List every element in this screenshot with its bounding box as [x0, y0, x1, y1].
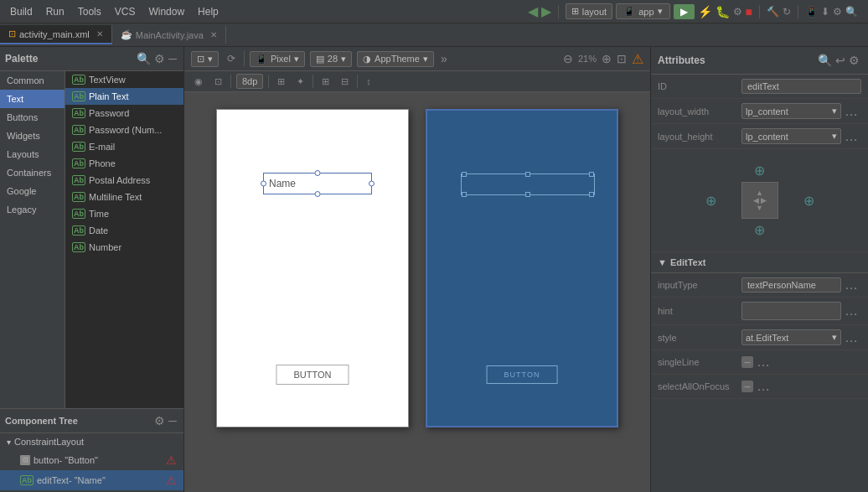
category-buttons[interactable]: Buttons: [0, 108, 65, 127]
attr-inputtype-label: inputType: [658, 280, 741, 290]
zoom-fit-btn[interactable]: ⊡: [617, 52, 627, 65]
category-containers[interactable]: Containers: [0, 163, 65, 182]
device-dropdown[interactable]: 📱 app ▾: [616, 3, 669, 19]
category-widgets[interactable]: Widgets: [0, 127, 65, 145]
height-more-btn[interactable]: …: [841, 129, 861, 144]
palette-item-number[interactable]: Ab Number: [65, 239, 183, 256]
magic-wand-btn[interactable]: ✦: [293, 75, 307, 89]
sync-icon[interactable]: ↻: [783, 6, 791, 18]
dark-button-widget[interactable]: BUTTON: [487, 365, 558, 384]
lightning-icon[interactable]: ⚡: [698, 5, 712, 18]
tab-layout-xml[interactable]: ⊡ activity_main.xml ✕: [0, 25, 112, 44]
dp-selector[interactable]: 8dp: [236, 74, 263, 89]
palette-item-postal[interactable]: Ab Postal Address: [65, 172, 183, 189]
width-more-btn[interactable]: …: [841, 104, 861, 119]
palette-search-btn[interactable]: 🔍: [135, 50, 152, 67]
selectall-more-btn[interactable]: …: [753, 379, 773, 394]
blueprint-btn[interactable]: ⊡: [211, 75, 225, 89]
attr-nav-btn[interactable]: ↩: [834, 52, 847, 69]
avd-icon[interactable]: 📱: [805, 6, 818, 18]
palette-item-password-num[interactable]: Ab Password (Num...: [65, 122, 183, 138]
category-text[interactable]: Text: [0, 90, 65, 108]
palette-minimize-btn[interactable]: ─: [167, 50, 178, 67]
dark-device-frame[interactable]: BUTTON: [426, 109, 618, 427]
warning-icon[interactable]: ⚠: [632, 51, 643, 67]
palette-title: Palette: [5, 53, 135, 65]
menu-vcs[interactable]: VCS: [108, 4, 142, 19]
api-selector[interactable]: ▤ 28 ▾: [310, 51, 352, 67]
palette-item-password[interactable]: Ab Password: [65, 105, 183, 122]
tab-xml-close[interactable]: ✕: [96, 29, 103, 39]
palette-item-textview[interactable]: Ab TextView: [65, 71, 183, 88]
palette-item-date[interactable]: Ab Date: [65, 222, 183, 239]
tree-item-button[interactable]: ⊡ button- "Button" ⚠: [0, 450, 183, 470]
tab-java-close[interactable]: ✕: [210, 30, 217, 39]
inputtype-more-btn[interactable]: …: [841, 277, 861, 293]
debug-icon[interactable]: 🐛: [716, 5, 730, 18]
button-error-icon: ⚠: [166, 453, 177, 467]
hint-more-btn[interactable]: …: [841, 303, 861, 319]
zoom-in-btn[interactable]: ⊕: [602, 52, 612, 65]
palette-item-email[interactable]: Ab E-mail: [65, 138, 183, 155]
dark-edit-text-widget[interactable]: [461, 173, 595, 195]
palette-settings-btn[interactable]: ⚙: [152, 50, 167, 67]
button-widget[interactable]: BUTTON: [276, 365, 349, 385]
constraint-left-btn[interactable]: ⊕: [705, 193, 716, 209]
category-google[interactable]: Google: [0, 182, 65, 200]
attr-hint-value[interactable]: [741, 302, 841, 320]
palette-item-phone[interactable]: Ab Phone: [65, 155, 183, 172]
tree-root[interactable]: ▾ ConstraintLayout: [0, 433, 183, 450]
constraint-btn[interactable]: ⊞: [274, 75, 288, 89]
profile-icon[interactable]: ⚙: [733, 6, 742, 18]
forward-icon[interactable]: ▶: [541, 3, 551, 19]
constraint-right-btn[interactable]: ⊕: [803, 193, 814, 209]
attr-height-value[interactable]: lp_content ▾: [741, 128, 841, 144]
edittext-section-header[interactable]: ▼ EditText: [651, 252, 868, 273]
singleline-more-btn[interactable]: …: [753, 355, 773, 370]
attr-search-btn[interactable]: 🔍: [816, 52, 834, 69]
category-layouts[interactable]: Layouts: [0, 145, 65, 163]
tree-minimize-btn[interactable]: ─: [167, 412, 178, 429]
view-mode-toggle[interactable]: ⊡ ▾: [191, 51, 219, 67]
palette-item-plaintext[interactable]: Ab Plain Text: [65, 88, 183, 105]
attr-singleline-checkbox[interactable]: ─: [741, 356, 753, 368]
tree-item-edittext[interactable]: Ab editText- "Name" ⚠: [0, 470, 183, 490]
edit-text-widget[interactable]: Name: [263, 173, 372, 194]
orientation-btn[interactable]: ⟳: [224, 51, 239, 66]
constraint-bottom-btn[interactable]: ⊕: [754, 222, 765, 238]
category-legacy[interactable]: Legacy: [0, 200, 65, 219]
stop-icon[interactable]: ■: [746, 5, 752, 18]
device-selector[interactable]: 📱 Pixel ▾: [250, 51, 305, 67]
zoom-out-btn[interactable]: ⊖: [563, 52, 573, 65]
settings-icon[interactable]: ⚙: [833, 6, 842, 18]
expand-icon[interactable]: »: [439, 50, 449, 67]
palette-item-multiline[interactable]: Ab Multiline Text: [65, 189, 183, 205]
attr-style-dropdown[interactable]: at.EditText ▾: [741, 329, 841, 345]
distribute-btn[interactable]: ⊟: [338, 75, 352, 89]
search-icon[interactable]: 🔍: [845, 6, 858, 18]
menu-run[interactable]: Run: [39, 4, 71, 19]
attr-settings-btn[interactable]: ⚙: [847, 52, 861, 69]
back-icon[interactable]: ◀: [528, 3, 538, 19]
menu-help[interactable]: Help: [191, 4, 225, 19]
id-input[interactable]: editText: [741, 79, 861, 94]
menu-window[interactable]: Window: [142, 4, 191, 19]
tree-settings-btn[interactable]: ⚙: [152, 412, 167, 429]
constraint-top-btn[interactable]: ⊕: [754, 163, 765, 179]
attr-selectall-checkbox[interactable]: ─: [741, 381, 753, 392]
style-more-btn[interactable]: …: [841, 330, 861, 345]
palette-item-time[interactable]: Ab Time: [65, 205, 183, 222]
run-button[interactable]: ▶: [674, 4, 695, 19]
menu-tools[interactable]: Tools: [71, 4, 108, 19]
align-btn[interactable]: ⊞: [318, 75, 333, 89]
tab-main-java[interactable]: ☕ MainActivity.java ✕: [112, 26, 226, 44]
guidelines-btn[interactable]: ↕: [363, 75, 375, 88]
attr-width-value[interactable]: lp_content ▾: [741, 103, 841, 119]
light-device-frame[interactable]: Name BUTTON: [216, 109, 409, 427]
sdk-icon[interactable]: ⬇: [821, 6, 829, 18]
gradle-icon[interactable]: 🔨: [767, 6, 779, 18]
category-common[interactable]: Common: [0, 71, 65, 90]
design-view-btn[interactable]: ◉: [191, 75, 206, 89]
menu-build[interactable]: Build: [3, 4, 39, 19]
theme-selector[interactable]: ◑ AppTheme ▾: [357, 51, 434, 67]
